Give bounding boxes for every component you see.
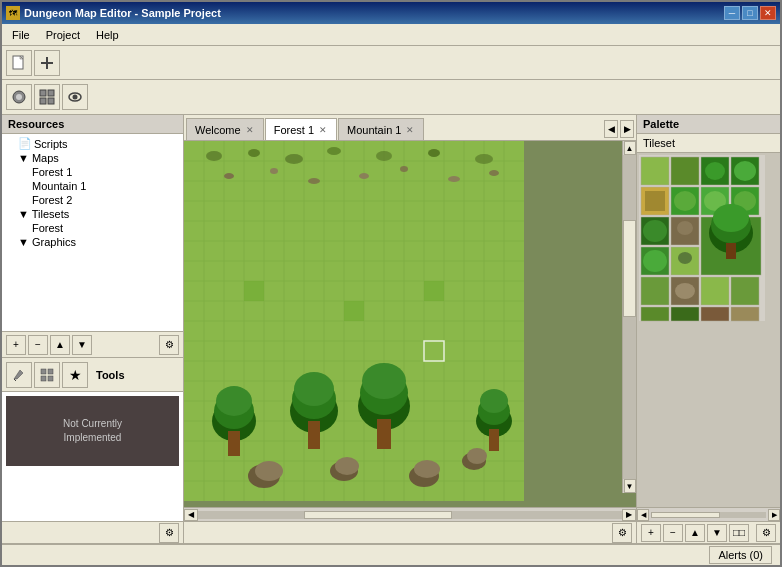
grid-icon bbox=[39, 89, 55, 105]
res-up-button[interactable]: ▲ bbox=[50, 335, 70, 355]
svg-point-11 bbox=[73, 95, 78, 100]
grid-tools-button[interactable] bbox=[34, 362, 60, 388]
tileset-scroll-left[interactable]: ◀ bbox=[637, 509, 649, 521]
center-panel: Welcome ✕ Forest 1 ✕ Mountain 1 ✕ ◀ ▶ bbox=[184, 115, 636, 543]
tree-item-forest1[interactable]: Forest 1 bbox=[4, 165, 181, 179]
palette-view-button[interactable]: □□ bbox=[729, 524, 749, 542]
circle-icon bbox=[11, 89, 27, 105]
svg-point-64 bbox=[448, 176, 460, 182]
scrollbar-down-button[interactable]: ▼ bbox=[624, 479, 636, 493]
map-scrollbar-vertical[interactable]: ▲ ▼ bbox=[622, 141, 636, 493]
map-area[interactable]: ▲ ▼ bbox=[184, 141, 636, 507]
scrollbar-vertical-track[interactable] bbox=[623, 155, 636, 479]
pencil-tool-button[interactable] bbox=[6, 362, 32, 388]
new-document-button[interactable] bbox=[6, 50, 32, 76]
tileset-view[interactable] bbox=[637, 153, 780, 507]
eye-tool-button[interactable] bbox=[62, 84, 88, 110]
tree-item-scripts[interactable]: 📄 Scripts bbox=[4, 136, 181, 151]
map-settings-button[interactable]: ⚙ bbox=[612, 523, 632, 543]
svg-point-61 bbox=[308, 178, 320, 184]
res-down-button[interactable]: ▼ bbox=[72, 335, 92, 355]
circle-tool-button[interactable] bbox=[6, 84, 32, 110]
tree-item-graphics[interactable]: ▼ Graphics bbox=[4, 235, 181, 249]
svg-rect-6 bbox=[40, 90, 46, 96]
tab-mountain1[interactable]: Mountain 1 ✕ bbox=[338, 118, 424, 140]
svg-rect-77 bbox=[377, 419, 391, 449]
svg-point-83 bbox=[255, 461, 283, 481]
palette-add-button[interactable]: + bbox=[641, 524, 661, 542]
tab-welcome-label: Welcome bbox=[195, 124, 241, 136]
plus-icon bbox=[39, 55, 55, 71]
svg-point-65 bbox=[489, 170, 499, 176]
tab-nav-next[interactable]: ▶ bbox=[620, 120, 634, 138]
tileset-scrollbar-h[interactable]: ◀ ▶ bbox=[637, 507, 780, 521]
tab-forest1-close[interactable]: ✕ bbox=[318, 125, 328, 135]
palette-down-button[interactable]: ▼ bbox=[707, 524, 727, 542]
tree-item-mountain1[interactable]: Mountain 1 bbox=[4, 179, 181, 193]
svg-point-122 bbox=[678, 252, 692, 264]
minimize-button[interactable]: ─ bbox=[724, 6, 740, 20]
svg-rect-15 bbox=[48, 369, 53, 374]
close-button[interactable]: ✕ bbox=[760, 6, 776, 20]
svg-rect-130 bbox=[701, 307, 729, 321]
alerts-button[interactable]: Alerts (0) bbox=[709, 546, 772, 564]
resources-tree[interactable]: 📄 Scripts ▼ Maps Forest 1 Mountain 1 For… bbox=[2, 134, 183, 331]
scrollbar-right-button[interactable]: ▶ bbox=[622, 509, 636, 521]
tools-list[interactable]: Not CurrentlyImplemented bbox=[2, 392, 183, 521]
grid-tools-icon bbox=[40, 368, 54, 382]
tree-item-tilesets[interactable]: ▼ Tilesets bbox=[4, 207, 181, 221]
palette-remove-button[interactable]: − bbox=[663, 524, 683, 542]
tree-item-maps[interactable]: ▼ Maps bbox=[4, 151, 181, 165]
svg-rect-128 bbox=[641, 307, 669, 321]
svg-point-76 bbox=[362, 363, 406, 399]
tileset-header: Tileset bbox=[637, 134, 780, 153]
menu-help[interactable]: Help bbox=[88, 27, 127, 43]
scrollbar-horizontal-track[interactable] bbox=[198, 511, 622, 519]
open-button[interactable] bbox=[34, 50, 60, 76]
menu-project[interactable]: Project bbox=[38, 27, 88, 43]
palette-content: Tileset bbox=[637, 134, 780, 543]
tileset-scroll-thumb[interactable] bbox=[651, 512, 720, 518]
svg-point-111 bbox=[643, 220, 667, 242]
tree-item-forest2[interactable]: Forest 2 bbox=[4, 193, 181, 207]
forest2-label: Forest 2 bbox=[32, 194, 72, 206]
tab-mountain1-close[interactable]: ✕ bbox=[405, 125, 415, 135]
res-settings-button[interactable]: ⚙ bbox=[159, 335, 179, 355]
not-implemented-tool[interactable]: Not CurrentlyImplemented bbox=[6, 396, 179, 466]
svg-rect-7 bbox=[48, 90, 54, 96]
scrollbar-left-button[interactable]: ◀ bbox=[184, 509, 198, 521]
pencil-icon bbox=[12, 368, 26, 382]
tree-item-forest-ts[interactable]: Forest bbox=[4, 221, 181, 235]
tileset-scroll-track[interactable] bbox=[651, 512, 766, 518]
palette-up-button[interactable]: ▲ bbox=[685, 524, 705, 542]
mountain1-label: Mountain 1 bbox=[32, 180, 86, 192]
scrollbar-vertical-thumb[interactable] bbox=[623, 220, 636, 317]
svg-rect-97 bbox=[671, 157, 699, 185]
svg-point-57 bbox=[428, 149, 440, 157]
grid-view-button[interactable] bbox=[34, 84, 60, 110]
menu-file[interactable]: File bbox=[4, 27, 38, 43]
favorites-button[interactable]: ★ bbox=[62, 362, 88, 388]
forest-ts-label: Forest bbox=[32, 222, 63, 234]
toolbar-row-1 bbox=[2, 46, 780, 80]
svg-rect-69 bbox=[228, 431, 240, 456]
tab-welcome-close[interactable]: ✕ bbox=[245, 125, 255, 135]
svg-rect-9 bbox=[48, 98, 54, 104]
res-remove-button[interactable]: − bbox=[28, 335, 48, 355]
tab-forest1[interactable]: Forest 1 ✕ bbox=[265, 118, 337, 140]
svg-point-85 bbox=[335, 457, 359, 475]
tileset-scroll-right[interactable]: ▶ bbox=[768, 509, 780, 521]
document-icon bbox=[11, 55, 27, 71]
tab-nav-prev[interactable]: ◀ bbox=[604, 120, 618, 138]
palette-settings-button[interactable]: ⚙ bbox=[756, 524, 776, 542]
resources-panel: Resources 📄 Scripts ▼ Maps Forest 1 Moun… bbox=[2, 115, 183, 358]
tools-settings-button[interactable]: ⚙ bbox=[159, 523, 179, 543]
tilesets-label: ▼ Tilesets bbox=[18, 208, 69, 220]
svg-rect-103 bbox=[645, 191, 665, 211]
tab-welcome[interactable]: Welcome ✕ bbox=[186, 118, 264, 140]
res-add-button[interactable]: + bbox=[6, 335, 26, 355]
scrollbar-horizontal-thumb[interactable] bbox=[304, 511, 452, 519]
map-scrollbar-horizontal[interactable]: ◀ ▶ bbox=[184, 507, 636, 521]
maximize-button[interactable]: □ bbox=[742, 6, 758, 20]
scrollbar-up-button[interactable]: ▲ bbox=[624, 141, 636, 155]
